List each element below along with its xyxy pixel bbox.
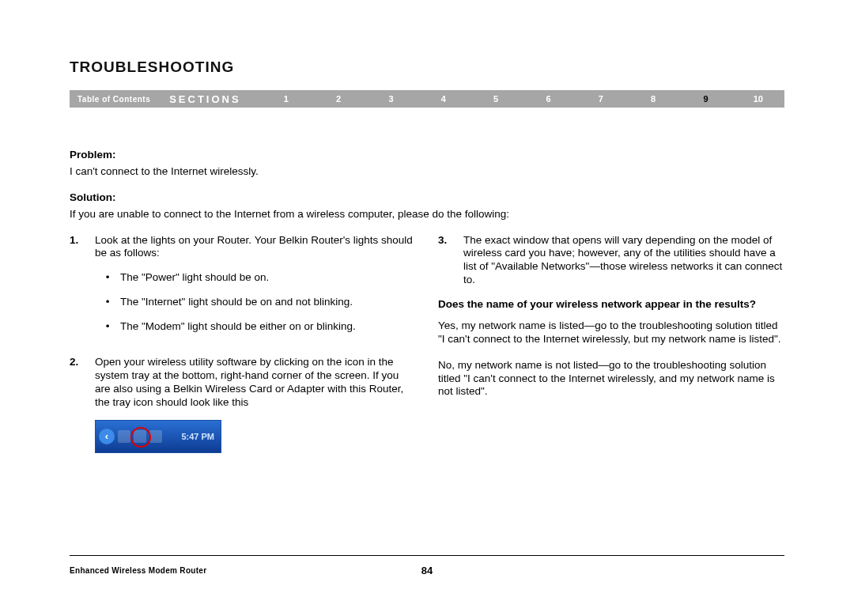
content-area: Problem: I can't connect to the Internet… [70, 149, 784, 453]
section-link-3[interactable]: 3 [365, 94, 417, 104]
bullet-power-text: The "Power" light should be on. [120, 271, 269, 285]
bullet-internet: •The "Internet" light should be on and n… [95, 296, 416, 309]
step-3: 3. The exact window that opens will vary… [438, 234, 784, 288]
sections-list: 1 2 3 4 5 6 7 8 9 10 [260, 94, 784, 104]
bullet-modem-text: The "Modem" light should be either on or… [120, 320, 356, 334]
tray-icon-3 [149, 430, 162, 443]
section-link-4[interactable]: 4 [418, 94, 470, 104]
page-title: TROUBLESHOOTING [70, 59, 784, 76]
solution-intro: If you are unable to connect to the Inte… [70, 208, 784, 221]
page-number: 84 [421, 565, 433, 576]
problem-text: I can't connect to the Internet wireless… [70, 165, 784, 179]
system-tray-image: ‹ 5:47 PM [95, 420, 221, 453]
sections-label: SECTIONS [158, 93, 259, 105]
answer-no: No, my network name is not listed—go to … [438, 359, 784, 399]
problem-label: Problem: [70, 149, 784, 162]
bullet-internet-text: The "Internet" light should be on and no… [120, 296, 353, 309]
tray-icon-wireless-circled [134, 430, 146, 443]
step-2: 2. Open your wireless utility software b… [70, 356, 416, 410]
bullet-power: •The "Power" light should be on. [95, 271, 416, 285]
step-2-number: 2. [70, 356, 95, 410]
right-column: 3. The exact window that opens will vary… [438, 234, 784, 454]
section-link-6[interactable]: 6 [522, 94, 574, 104]
section-link-7[interactable]: 7 [575, 94, 627, 104]
section-navbar: Table of Contents SECTIONS 1 2 3 4 5 6 7… [70, 90, 784, 108]
footer-divider [70, 555, 784, 556]
chevron-left-icon: ‹ [99, 429, 115, 444]
answer-yes: Yes, my network name is listed—go to the… [438, 319, 784, 346]
section-link-8[interactable]: 8 [627, 94, 679, 104]
section-link-2[interactable]: 2 [312, 94, 365, 104]
bullet-modem: •The "Modem" light should be either on o… [95, 320, 416, 334]
page-footer: Enhanced Wireless Modem Router 84 [70, 566, 784, 575]
section-link-10[interactable]: 10 [732, 94, 784, 104]
step-1-number: 1. [70, 234, 95, 345]
step-1: 1. Look at the lights on your Router. Yo… [70, 234, 416, 345]
product-name: Enhanced Wireless Modem Router [70, 566, 206, 575]
step-1-text: Look at the lights on your Router. Your … [95, 234, 413, 259]
section-link-9[interactable]: 9 [679, 94, 731, 104]
step-3-number: 3. [438, 234, 463, 288]
step-2-text: Open your wireless utility software by c… [95, 356, 403, 408]
solution-label: Solution: [70, 191, 784, 205]
step-3-text: The exact window that opens will vary de… [463, 234, 782, 286]
section-link-5[interactable]: 5 [470, 94, 522, 104]
left-column: 1. Look at the lights on your Router. Yo… [70, 234, 416, 454]
question-heading: Does the name of your wireless network a… [438, 298, 784, 312]
toc-link[interactable]: Table of Contents [70, 95, 158, 104]
section-link-1[interactable]: 1 [260, 94, 312, 104]
tray-icon-1 [118, 430, 130, 443]
tray-clock: 5:47 PM [181, 432, 214, 443]
